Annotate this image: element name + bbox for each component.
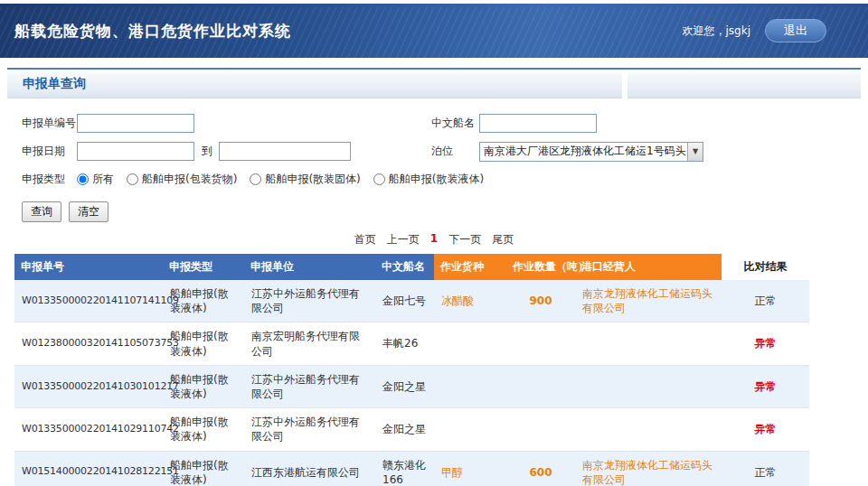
declare-date-label: 申报日期 [22, 144, 77, 159]
radio-bulk-liquid[interactable]: 船舶申报(散装液体) [373, 172, 484, 187]
query-button[interactable]: 查询 [22, 201, 61, 222]
cell-cargo: 甲醇 [434, 451, 506, 486]
query-form: 申报单编号 中文船名 申报日期 到 泊位 南京港大厂港区龙翔液体化工储运1号码头… [0, 98, 868, 193]
date-to-label: 到 [202, 144, 212, 159]
declare-type-label: 申报类型 [22, 172, 77, 187]
ship-name-label: 中文船名 [431, 116, 479, 131]
col-header-declare-unit: 申报单位 [244, 254, 375, 280]
radio-bulk-solid-input[interactable] [250, 173, 261, 185]
declaration-no-input[interactable] [77, 114, 194, 133]
cell-operator: 南京龙翔液体化工储运码头有限公司 [575, 280, 722, 322]
cell-ship: 丰帆26 [375, 322, 434, 365]
col-header-compare-result: 比对结果 [722, 254, 809, 280]
date-from-input[interactable] [77, 142, 194, 161]
pagination-prev[interactable]: 上一页 [387, 232, 420, 248]
table-body: W013350000220141107141109船舶申报(散装液体)江苏中外运… [14, 280, 809, 486]
cell-result: 正常 [722, 280, 809, 322]
page-title: 申报单查询 [7, 76, 86, 92]
welcome-text: 欢迎您，jsgkj [683, 23, 751, 39]
cell-ship: 赣东港化166 [375, 451, 434, 486]
radio-bulk-liquid-label: 船舶申报(散装液体) [389, 172, 484, 187]
cell-operator [575, 365, 722, 407]
date-to-input[interactable] [219, 142, 351, 161]
radio-all-label: 所有 [92, 172, 114, 187]
cell-no: W015140000220141028122151 [14, 451, 163, 486]
section-side-bar [627, 70, 861, 98]
cell-operator [575, 408, 722, 451]
table-row: W013350000220141030101217船舶申报(散装液体)江苏中外运… [14, 365, 809, 407]
results-table-container: 申报单号 申报类型 申报单位 中文船名 作业货种 作业数量（吨） 港口经营人 比… [14, 254, 854, 486]
page: 船载危险货物、港口危货作业比对系统 欢迎您，jsgkj 退出 申报单查询 申报单… [0, 4, 868, 486]
cell-operator [575, 322, 722, 365]
ship-name-input[interactable] [479, 114, 597, 133]
section-header: 申报单查询 [7, 68, 861, 98]
cell-qty: 600 [506, 451, 575, 486]
col-header-declaration-no: 申报单号 [14, 254, 163, 280]
cell-no: W013350000220141030101217 [14, 365, 163, 407]
clear-button[interactable]: 清空 [69, 201, 108, 222]
col-header-cargo-type: 作业货种 [434, 254, 506, 280]
chevron-down-icon: ▼ [687, 143, 703, 161]
app-header: 船载危险货物、港口危货作业比对系统 欢迎您，jsgkj 退出 [0, 4, 868, 58]
cell-cargo [434, 322, 506, 365]
radio-bulk-solid-label: 船舶申报(散装固体) [265, 172, 360, 187]
table-row: W012380000320141105073753船舶申报(散装液体)南京宏明船… [14, 322, 809, 365]
berth-select-value: 南京港大厂港区龙翔液体化工储运1号码头 [480, 144, 687, 159]
form-row-1: 申报单编号 中文船名 [22, 109, 868, 137]
berth-label: 泊位 [431, 144, 479, 159]
cell-ship: 金阳之星 [375, 365, 434, 407]
pagination-first[interactable]: 首页 [354, 232, 376, 248]
cell-company: 江西东港航运有限公司 [244, 451, 375, 486]
cell-cargo [434, 365, 506, 407]
cell-cargo: 冰醋酸 [434, 280, 506, 322]
berth-select[interactable]: 南京港大厂港区龙翔液体化工储运1号码头 ▼ [479, 142, 703, 162]
cell-no: W013350000220141107141109 [14, 280, 163, 322]
declaration-no-label: 申报单编号 [22, 116, 77, 131]
cell-qty [506, 408, 575, 451]
cell-company: 江苏中外运船务代理有限公司 [244, 365, 375, 407]
table-row: W013350000220141107141109船舶申报(散装液体)江苏中外运… [14, 280, 809, 322]
radio-packaged-goods-label: 船舶申报(包装货物) [142, 172, 237, 187]
logout-button[interactable]: 退出 [765, 19, 826, 42]
form-buttons: 查询 清空 [0, 193, 868, 222]
cell-qty: 900 [506, 280, 575, 322]
radio-packaged-goods-input[interactable] [127, 173, 138, 185]
radio-bulk-solid[interactable]: 船舶申报(散装固体) [250, 172, 360, 187]
results-table: 申报单号 申报类型 申报单位 中文船名 作业货种 作业数量（吨） 港口经营人 比… [14, 254, 809, 486]
header-right: 欢迎您，jsgkj 退出 [683, 19, 827, 42]
form-group-berth: 泊位 南京港大厂港区龙翔液体化工储运1号码头 ▼ [431, 142, 703, 162]
cell-company: 南京宏明船务代理有限公司 [244, 322, 375, 365]
cell-qty [506, 365, 575, 407]
radio-all-input[interactable] [77, 173, 89, 185]
pagination-next[interactable]: 下一页 [448, 232, 481, 248]
table-header-row: 申报单号 申报类型 申报单位 中文船名 作业货种 作业数量（吨） 港口经营人 比… [14, 254, 809, 280]
cell-qty [506, 322, 575, 365]
col-header-quantity: 作业数量（吨） [506, 254, 575, 280]
radio-bulk-liquid-input[interactable] [373, 173, 385, 185]
table-row: W015140000220141028122151船舶申报(散装液体)江西东港航… [14, 451, 809, 486]
form-row-2: 申报日期 到 泊位 南京港大厂港区龙翔液体化工储运1号码头 ▼ [22, 137, 868, 165]
col-header-port-operator: 港口经营人 [575, 254, 722, 280]
cell-no: W012380000320141105073753 [14, 322, 163, 365]
cell-no: W013350000220141029110742 [14, 408, 163, 451]
col-header-ship-name: 中文船名 [375, 254, 434, 280]
pagination-last[interactable]: 尾页 [492, 232, 514, 248]
cell-result: 正常 [722, 451, 809, 486]
cell-result: 异常 [722, 322, 809, 365]
cell-type: 船舶申报(散装液体) [163, 280, 244, 322]
col-header-declare-type: 申报类型 [163, 254, 244, 280]
cell-cargo [434, 408, 506, 451]
app-title: 船载危险货物、港口危货作业比对系统 [14, 21, 291, 42]
cell-result: 异常 [722, 365, 809, 407]
form-row-3: 申报类型 所有 船舶申报(包装货物) 船舶申报(散装固体) 船舶申报(散装液体) [22, 165, 868, 193]
table-row: W013350000220141029110742船舶申报(散装液体)江苏中外运… [14, 408, 809, 451]
cell-type: 船舶申报(散装液体) [163, 365, 244, 407]
radio-packaged-goods[interactable]: 船舶申报(包装货物) [127, 172, 237, 187]
pagination-current-page: 1 [430, 232, 438, 248]
cell-type: 船舶申报(散装液体) [163, 451, 244, 486]
cell-company: 江苏中外运船务代理有限公司 [244, 408, 375, 451]
cell-ship: 金阳之星 [375, 408, 434, 451]
radio-all[interactable]: 所有 [77, 172, 114, 187]
cell-result: 异常 [722, 408, 809, 451]
cell-type: 船舶申报(散装液体) [163, 322, 244, 365]
